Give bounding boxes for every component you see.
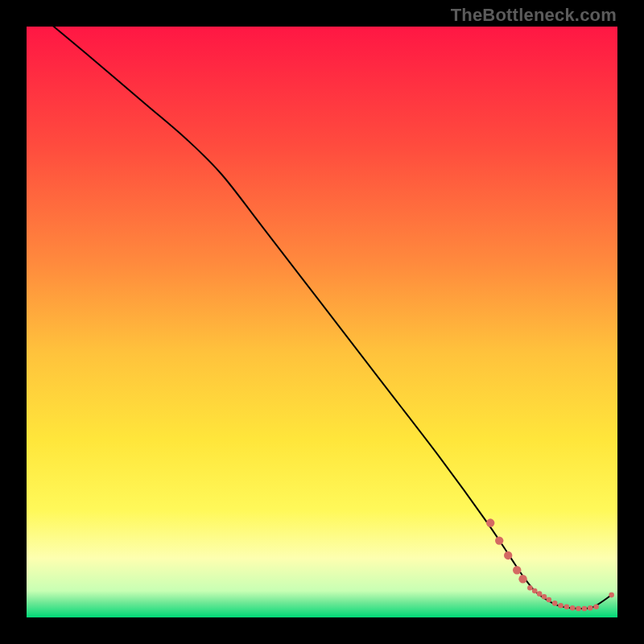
- marker-dot: [552, 601, 558, 606]
- marker-dot: [513, 566, 521, 574]
- marker-dot: [532, 588, 538, 594]
- marker-dot: [537, 591, 543, 597]
- marker-dot: [593, 604, 599, 609]
- bottleneck-chart: [27, 27, 617, 617]
- plot-background: [27, 27, 617, 617]
- marker-dot: [576, 606, 581, 612]
- marker-dot: [527, 585, 533, 591]
- marker-dot: [504, 551, 512, 559]
- watermark-text: TheBottleneck.com: [451, 5, 617, 26]
- marker-dot: [609, 592, 614, 598]
- marker-dot: [582, 606, 588, 612]
- marker-dot: [558, 603, 564, 609]
- marker-dot: [547, 597, 552, 603]
- chart-stage: TheBottleneck.com: [0, 0, 644, 644]
- marker-dot: [486, 518, 494, 526]
- marker-dot: [570, 605, 576, 611]
- marker-dot: [564, 604, 570, 609]
- marker-dot: [542, 594, 547, 600]
- marker-dot: [495, 536, 503, 544]
- marker-dot: [588, 605, 593, 611]
- marker-dot: [518, 575, 526, 583]
